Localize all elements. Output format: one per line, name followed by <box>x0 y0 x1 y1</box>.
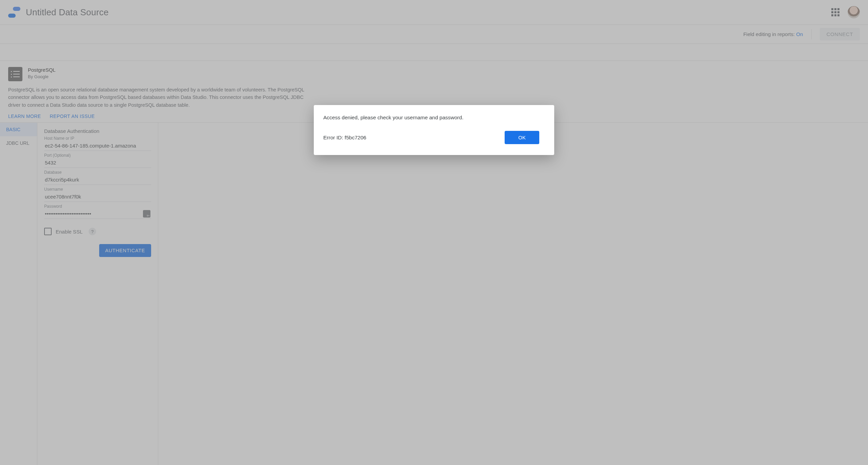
ok-button[interactable]: OK <box>505 131 539 144</box>
error-dialog: Access denied, please check your usernam… <box>314 105 554 155</box>
dialog-message: Access denied, please check your usernam… <box>323 115 539 121</box>
dialog-error-id: Error ID: f5bc7206 <box>323 135 366 141</box>
modal-overlay: Access denied, please check your usernam… <box>0 0 868 465</box>
